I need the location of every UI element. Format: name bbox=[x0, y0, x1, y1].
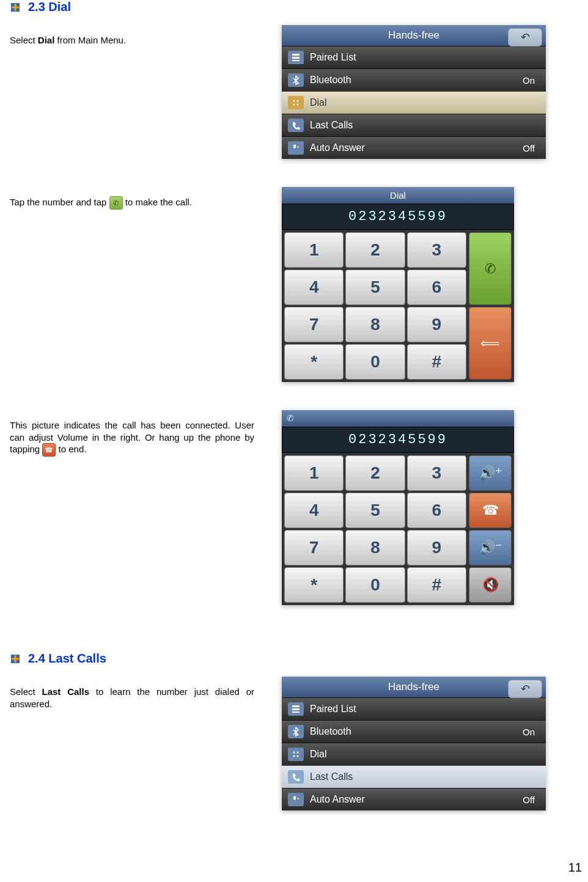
paragraph-select-dial: Select Dial from Main Menu. bbox=[10, 34, 254, 46]
svg-rect-10 bbox=[292, 708, 300, 710]
svg-point-7 bbox=[297, 104, 299, 106]
auto-answer-icon bbox=[288, 141, 304, 155]
c-key-3[interactable]: 3 bbox=[407, 455, 466, 491]
paragraph-last-calls: Select Last Calls to learn the number ju… bbox=[10, 686, 254, 710]
dial-title: Dial bbox=[390, 190, 406, 200]
key-7[interactable]: 7 bbox=[284, 307, 344, 342]
paragraph-connected: This picture indicates the call has been… bbox=[10, 419, 254, 457]
svg-point-12 bbox=[293, 752, 295, 754]
section-title-dial: 2.3 Dial bbox=[28, 0, 71, 14]
c-key-1[interactable]: 1 bbox=[284, 455, 344, 491]
key-5[interactable]: 5 bbox=[345, 270, 405, 305]
section-bullet-icon bbox=[10, 653, 21, 664]
c-key-5[interactable]: 5 bbox=[345, 493, 405, 528]
menu2-title: Hands-free bbox=[388, 681, 439, 693]
key-hash[interactable]: # bbox=[407, 344, 466, 380]
key-6[interactable]: 6 bbox=[407, 270, 466, 305]
list-icon bbox=[288, 51, 304, 64]
hang-up-button[interactable]: ☎ bbox=[469, 493, 512, 528]
paragraph-tap-number: Tap the number and tap ✆ to make the cal… bbox=[10, 196, 254, 210]
bluetooth-icon bbox=[288, 725, 304, 738]
menu-title: Hands-free bbox=[388, 29, 439, 41]
menu2-item-bluetooth[interactable]: Bluetooth On bbox=[282, 720, 546, 743]
svg-point-4 bbox=[293, 100, 295, 102]
c-key-star[interactable]: * bbox=[284, 567, 344, 603]
svg-rect-11 bbox=[292, 711, 300, 713]
volume-up-button[interactable]: 🔊⁺ bbox=[469, 455, 512, 491]
svg-rect-1 bbox=[292, 54, 300, 56]
svg-point-6 bbox=[293, 104, 295, 106]
svg-point-13 bbox=[297, 752, 299, 754]
mute-button[interactable]: 🔇 bbox=[469, 567, 512, 603]
call-icon: ✆ bbox=[109, 196, 123, 210]
last-calls-icon bbox=[288, 119, 304, 132]
c-key-6[interactable]: 6 bbox=[407, 493, 466, 528]
svg-point-14 bbox=[293, 755, 295, 757]
screenshot-menu-dial: Hands-free ↶ Paired List Bluetooth On Di… bbox=[282, 25, 546, 159]
svg-rect-9 bbox=[292, 705, 300, 707]
list-icon bbox=[288, 702, 304, 716]
dial-display: 0232345599 bbox=[282, 204, 514, 230]
menu-item-dial-selected[interactable]: Dial bbox=[282, 91, 546, 114]
svg-rect-2 bbox=[292, 57, 300, 59]
screenshot-connected-call: ✆ x 0232345599 1 2 3 4 5 6 7 8 9 bbox=[282, 410, 514, 605]
key-8[interactable]: 8 bbox=[345, 307, 405, 342]
key-9[interactable]: 9 bbox=[407, 307, 466, 342]
menu-item-bluetooth[interactable]: Bluetooth On bbox=[282, 68, 546, 91]
svg-point-15 bbox=[297, 755, 299, 757]
menu2-item-auto-answer[interactable]: Auto Answer Off bbox=[282, 788, 546, 810]
svg-point-5 bbox=[297, 100, 299, 102]
menu2-item-paired-list[interactable]: Paired List bbox=[282, 697, 546, 720]
section-title-last-calls: 2.4 Last Calls bbox=[28, 652, 106, 666]
menu2-item-dial[interactable]: Dial bbox=[282, 743, 546, 765]
key-2[interactable]: 2 bbox=[345, 232, 405, 268]
call-button[interactable]: ✆ bbox=[469, 232, 512, 305]
screenshot-dial-pad: Dial 0232345599 1 2 3 4 5 6 7 8 9 * 0 bbox=[282, 187, 514, 382]
svg-rect-3 bbox=[292, 60, 300, 61]
c-key-7[interactable]: 7 bbox=[284, 530, 344, 565]
key-4[interactable]: 4 bbox=[284, 270, 344, 305]
c-key-0[interactable]: 0 bbox=[345, 567, 405, 603]
connected-display: 0232345599 bbox=[282, 427, 514, 453]
c-key-8[interactable]: 8 bbox=[345, 530, 405, 565]
dial-icon bbox=[288, 748, 304, 761]
menu-item-paired-list[interactable]: Paired List bbox=[282, 46, 546, 68]
c-key-9[interactable]: 9 bbox=[407, 530, 466, 565]
menu-item-auto-answer[interactable]: Auto Answer Off bbox=[282, 136, 546, 159]
c-key-2[interactable]: 2 bbox=[345, 455, 405, 491]
key-star[interactable]: * bbox=[284, 344, 344, 380]
bluetooth-icon bbox=[288, 73, 304, 87]
menu-item-last-calls[interactable]: Last Calls bbox=[282, 114, 546, 136]
hang-up-icon: ☎ bbox=[42, 443, 56, 457]
page-number: 11 bbox=[568, 861, 582, 875]
volume-down-button[interactable]: 🔊⁻ bbox=[469, 530, 512, 565]
c-key-4[interactable]: 4 bbox=[284, 493, 344, 528]
key-3[interactable]: 3 bbox=[407, 232, 466, 268]
key-0[interactable]: 0 bbox=[345, 344, 405, 380]
auto-answer-icon bbox=[288, 793, 304, 806]
screenshot-menu-last-calls: Hands-free ↶ Paired List Bluetooth On Di… bbox=[282, 677, 546, 810]
dial-icon bbox=[288, 96, 304, 109]
back-button[interactable]: ↶ bbox=[508, 28, 542, 46]
backspace-button[interactable]: ⟸ bbox=[469, 307, 512, 380]
key-1[interactable]: 1 bbox=[284, 232, 344, 268]
in-call-icon: ✆ bbox=[287, 413, 294, 423]
last-calls-icon bbox=[288, 770, 304, 784]
menu2-item-last-calls-selected[interactable]: Last Calls bbox=[282, 765, 546, 788]
back-button[interactable]: ↶ bbox=[508, 680, 542, 698]
section-bullet-icon bbox=[10, 2, 21, 13]
c-key-hash[interactable]: # bbox=[407, 567, 466, 603]
